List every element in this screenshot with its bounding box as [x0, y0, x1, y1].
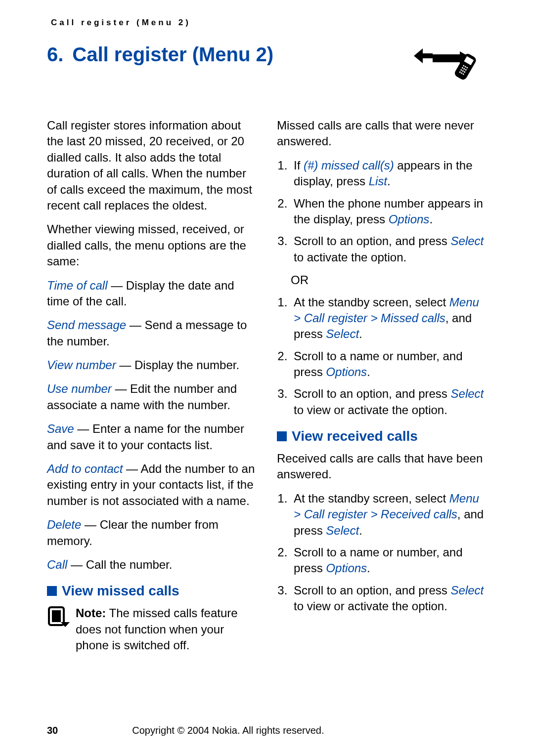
missed-step-3: Scroll to an option, and press Select to… — [291, 233, 487, 265]
option-time: Time of call — Display the date and time… — [47, 278, 257, 310]
phone-arrow-icon — [413, 43, 487, 83]
missed-steps-2: At the standby screen, select Menu > Cal… — [291, 294, 487, 419]
option-use: Use number — Edit the number and associa… — [47, 381, 257, 413]
intro-para-1: Call register stores information about t… — [47, 118, 257, 213]
svg-rect-0 — [433, 54, 460, 62]
received-step-1: At the standby screen, select Menu > Cal… — [291, 491, 487, 539]
chapter-heading-row: 6.Call register (Menu 2) — [47, 43, 487, 83]
received-desc: Received calls are calls that have been … — [277, 451, 487, 483]
square-bullet-icon — [47, 586, 57, 596]
option-view: View number — Display the number. — [47, 357, 257, 373]
option-call: Call — Call the number. — [47, 557, 257, 573]
note-text: Note: The missed calls feature does not … — [76, 605, 257, 653]
standby-step-3: Scroll to an option, and press Select to… — [291, 386, 487, 418]
missed-step-2: When the phone number appears in the dis… — [291, 196, 487, 228]
option-save: Save — Enter a name for the number and s… — [47, 421, 257, 453]
copyright-text: Copyright © 2004 Nokia. All rights reser… — [132, 725, 324, 736]
body-columns: Call register stores information about t… — [47, 118, 487, 653]
option-delete: Delete — Clear the number from memory. — [47, 517, 257, 549]
chapter-title-text: Call register (Menu 2) — [72, 43, 273, 65]
received-step-2: Scroll to a name or number, and press Op… — [291, 545, 487, 577]
note-label: Note: — [76, 606, 106, 620]
received-step-3: Scroll to an option, and press Select to… — [291, 583, 487, 615]
chapter-number: 6. — [47, 43, 63, 66]
page-header-small: Call register (Menu 2) — [51, 18, 487, 28]
note-icon — [47, 605, 71, 629]
standby-step-1: At the standby screen, select Menu > Cal… — [291, 294, 487, 342]
missed-step-1: If (#) missed call(s) appears in the dis… — [291, 158, 487, 190]
intro-para-2: Whether viewing missed, received, or dia… — [47, 221, 257, 269]
section-view-missed: View missed calls — [47, 582, 257, 600]
svg-rect-17 — [52, 610, 61, 622]
missed-steps-1: If (#) missed call(s) appears in the dis… — [291, 158, 487, 265]
note-block: Note: The missed calls feature does not … — [47, 605, 257, 653]
standby-step-2: Scroll to a name or number, and press Op… — [291, 348, 487, 380]
page-footer: 30 Copyright © 2004 Nokia. All rights re… — [47, 725, 487, 736]
square-bullet-icon — [277, 431, 287, 441]
section-title-missed: View missed calls — [62, 582, 179, 600]
option-add: Add to contact — Add the number to an ex… — [47, 461, 257, 509]
section-title-received: View received calls — [292, 427, 418, 446]
missed-desc: Missed calls are calls that were never a… — [277, 118, 487, 150]
received-steps: At the standby screen, select Menu > Cal… — [291, 491, 487, 615]
chapter-title: 6.Call register (Menu 2) — [47, 43, 273, 66]
option-send: Send message — Send a message to the num… — [47, 317, 257, 349]
page-number: 30 — [47, 725, 58, 736]
or-text: OR — [291, 272, 487, 288]
section-view-received: View received calls — [277, 427, 487, 446]
